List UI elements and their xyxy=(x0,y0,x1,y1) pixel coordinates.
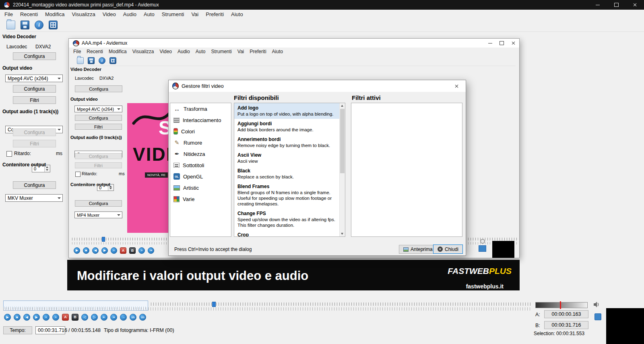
next-black-frame-button[interactable]: ▷ xyxy=(91,314,98,321)
delay-checkbox[interactable] xyxy=(75,172,80,177)
menu-recenti[interactable]: Recenti xyxy=(17,10,41,18)
available-filter-list[interactable]: Add logoPut a logo on top of video, with… xyxy=(234,103,345,237)
info-icon[interactable] xyxy=(35,21,43,29)
container-configure-button[interactable]: Configura xyxy=(13,181,56,189)
inner-menu-vai[interactable]: Vai xyxy=(235,48,247,55)
close-button[interactable] xyxy=(625,0,644,10)
scrollbar-thumb[interactable] xyxy=(340,109,345,173)
save-icon[interactable] xyxy=(88,57,95,64)
save-icon[interactable] xyxy=(21,21,29,29)
menu-visualizza[interactable]: Visualizza xyxy=(68,10,99,18)
filter-item-blend-frames[interactable]: Blend FramesBlend groups of N frames int… xyxy=(234,182,340,209)
menu-modifica[interactable]: Modifica xyxy=(41,10,68,18)
inner-next-frame-button[interactable]: ▶ xyxy=(101,247,108,254)
mute-toggle[interactable] xyxy=(594,313,601,320)
selection-end-button[interactable]: sb xyxy=(139,314,146,321)
mark-b-button[interactable]: B xyxy=(72,314,78,321)
child-position-marker[interactable] xyxy=(102,237,105,242)
preview-button[interactable]: Anteprima xyxy=(399,245,437,254)
filter-item-ascii-view[interactable]: Ascii ViewAscii view xyxy=(234,150,340,166)
mark-a-field[interactable]: 00:00:00.163 xyxy=(544,310,588,318)
menu-video[interactable]: Video xyxy=(99,10,120,18)
muxer-select[interactable]: MP4 Muxer xyxy=(74,211,122,218)
mark-b-field[interactable]: 00:00:31.716 xyxy=(544,321,588,329)
filter-item-aggiungi-bordi[interactable]: Aggiungi bordiAdd black borders around t… xyxy=(234,119,340,135)
menu-file[interactable]: File xyxy=(1,10,17,18)
category-rumore[interactable]: Rumore xyxy=(170,137,231,148)
child-close-button[interactable] xyxy=(508,39,519,48)
delay-checkbox[interactable] xyxy=(6,151,12,157)
muxer-select[interactable]: MKV Muxer xyxy=(5,194,63,202)
video-configure-button[interactable]: Configura xyxy=(75,115,122,121)
inner-menu-file[interactable]: File xyxy=(70,48,84,55)
selection-start-button[interactable]: sb xyxy=(130,314,136,321)
filter-category-list[interactable]: TrasformaInterlacciamentoColoriRumoreNit… xyxy=(170,103,231,237)
category-interlacciamento[interactable]: Interlacciamento xyxy=(170,114,231,126)
prev-keyframe-button[interactable]: « xyxy=(43,314,50,321)
loop-icon[interactable] xyxy=(480,239,485,244)
position-marker[interactable] xyxy=(212,302,216,307)
inner-menu-preferiti[interactable]: Preferiti xyxy=(247,48,269,55)
filter-item-crop[interactable]: Crop xyxy=(234,230,340,236)
calculator-icon[interactable] xyxy=(49,21,58,29)
inner-menu-recenti[interactable]: Recenti xyxy=(84,48,106,55)
first-frame-button[interactable]: ↞ xyxy=(101,314,107,321)
active-filter-list[interactable] xyxy=(351,103,462,237)
video-codec-select[interactable]: Mpeg4 AVC (x264) xyxy=(74,106,122,112)
child-minimize-button[interactable] xyxy=(484,39,496,48)
category-opengl[interactable]: OpenGL xyxy=(170,171,231,182)
dialog-close-button[interactable] xyxy=(448,80,466,92)
filter-item-annerimento-bordi[interactable]: Annerimento bordiRemove noisy edge by tu… xyxy=(234,135,340,150)
menu-audio[interactable]: Audio xyxy=(120,10,140,18)
tempo-button[interactable]: Tempo: xyxy=(3,326,32,334)
category-sottotitoli[interactable]: Sottotitoli xyxy=(170,160,231,171)
open-icon[interactable] xyxy=(77,57,84,64)
category-colori[interactable]: Colori xyxy=(170,126,231,137)
scroll-down-icon[interactable] xyxy=(340,231,345,236)
filter-item-add-logo[interactable]: Add logoPut a logo on top of video, with… xyxy=(234,103,340,119)
category-trasforma[interactable]: Trasforma xyxy=(170,103,231,114)
scroll-up-icon[interactable] xyxy=(340,103,345,108)
inner-menu-visualizza[interactable]: Visualizza xyxy=(130,48,157,55)
inner-menu-audio[interactable]: Audio xyxy=(175,48,193,55)
filter-item-change-fps[interactable]: Change FPSSpeed up/slow down the video a… xyxy=(234,209,340,230)
inner-menu-auto[interactable]: Auto xyxy=(193,48,208,55)
close-dialog-button[interactable]: Chiudi xyxy=(433,245,463,254)
inner-mark-b-button[interactable]: B xyxy=(129,247,136,254)
calculator-icon[interactable] xyxy=(109,57,116,64)
category-varie[interactable]: Varie xyxy=(170,193,231,205)
timeline-ruler-minor[interactable] xyxy=(3,307,531,311)
inner-menu-strumenti[interactable]: Strumenti xyxy=(208,48,234,55)
speaker-icon[interactable] xyxy=(593,301,600,308)
next-frame-button[interactable]: ▶ xyxy=(33,314,40,321)
scrollbar[interactable] xyxy=(339,103,345,236)
child-maximize-button[interactable] xyxy=(496,39,508,48)
video-configure-button[interactable]: Configura xyxy=(13,85,56,93)
video-filters-button[interactable]: Filtri xyxy=(13,96,56,104)
minimize-button[interactable] xyxy=(588,0,607,10)
inner-menu-modifica[interactable]: Modifica xyxy=(106,48,130,55)
volume-slider[interactable] xyxy=(535,302,588,308)
mark-a-button[interactable]: A xyxy=(62,314,69,321)
timeline-ruler[interactable] xyxy=(151,303,531,306)
inner-play-button[interactable]: ▶ xyxy=(74,247,80,254)
menu-preferiti[interactable]: Preferiti xyxy=(202,10,227,18)
inner-stop-button[interactable]: ■ xyxy=(83,247,89,254)
category-nitidezza[interactable]: Nitidezza xyxy=(170,148,231,160)
prev-black-frame-button[interactable]: ◁ xyxy=(81,314,88,321)
menu-aiuto[interactable]: Aiuto xyxy=(227,10,247,18)
last-frame-button[interactable]: ↠ xyxy=(110,314,117,321)
category-artistic[interactable]: Artistic xyxy=(170,182,231,193)
info-icon[interactable] xyxy=(99,57,105,64)
prev-frame-button[interactable]: ◀ xyxy=(23,314,30,321)
current-time-field[interactable]: 00:00:31.716 xyxy=(35,326,65,334)
menu-vai[interactable]: Vai xyxy=(188,10,202,18)
video-codec-select[interactable]: Mpeg4 AVC (x264) xyxy=(5,75,63,82)
filter-item-black[interactable]: BlackReplace a section by black. xyxy=(234,166,340,182)
inner-menu-video[interactable]: Video xyxy=(157,48,175,55)
open-icon[interactable] xyxy=(6,21,15,29)
goto-time-button[interactable]: → xyxy=(120,314,127,321)
maximize-button[interactable] xyxy=(607,0,625,10)
video-filters-button[interactable]: Filtri xyxy=(75,124,122,130)
decoder-configure-button[interactable]: Configura xyxy=(13,52,56,60)
